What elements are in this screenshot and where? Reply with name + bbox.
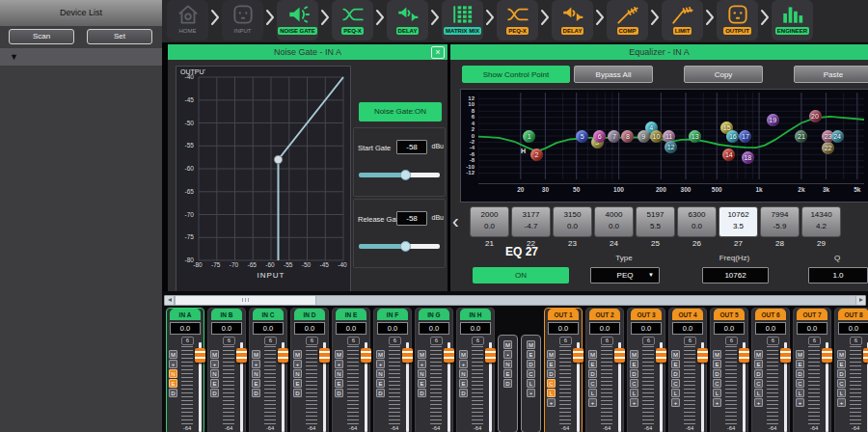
channel-button-e[interactable]: E — [588, 360, 597, 368]
channel-button-d[interactable]: D — [796, 369, 804, 378]
channel-button-+[interactable]: + — [547, 398, 556, 407]
close-icon[interactable]: × — [431, 46, 445, 59]
channel-tab[interactable]: IN D — [294, 309, 325, 320]
eq-point-18[interactable]: 18 — [742, 151, 754, 164]
channel-button-+[interactable]: + — [293, 360, 302, 368]
eq-band-cell[interactable]: 51975.5 — [636, 206, 675, 237]
toolbar-block-limit[interactable]: LIMIT — [662, 0, 703, 40]
eq-band-cell[interactable]: 7994-5.9 — [760, 206, 800, 237]
channel-button-n[interactable]: N — [459, 369, 468, 378]
channel-button-+[interactable]: + — [630, 398, 638, 407]
eq-point-16[interactable]: 16 — [726, 130, 739, 143]
eq-point-1[interactable]: 1 — [523, 130, 535, 143]
toolbar-block-output[interactable]: OUTPUT — [717, 0, 758, 40]
eq-point-19[interactable]: 19 — [767, 114, 779, 126]
channel-button-e[interactable]: E — [796, 360, 804, 368]
fader-handle[interactable] — [739, 348, 749, 363]
bypass-all-button[interactable]: Bypass All — [574, 66, 653, 83]
channel-button-c[interactable]: C — [796, 379, 804, 388]
channel-button-m[interactable]: M — [630, 350, 638, 359]
channel-button-+[interactable]: + — [169, 360, 177, 368]
eq-point-22[interactable]: 22 — [822, 142, 834, 154]
channel-strip-out-4[interactable]: OUT 40.0MEDCL+6-64 — [668, 308, 707, 432]
threshold-handle[interactable] — [274, 155, 282, 163]
channel-button-m[interactable]: M — [252, 350, 260, 359]
channel-button-e[interactable]: E — [210, 379, 219, 388]
toolbar-block-input[interactable]: INPUT — [222, 0, 263, 40]
toolbar-block-delay[interactable]: DELAY — [552, 0, 593, 40]
channel-button-d[interactable]: D — [335, 389, 343, 397]
channel-button-+[interactable]: + — [376, 360, 385, 368]
channel-button-•[interactable]: • — [527, 389, 535, 397]
channel-tab[interactable]: IN E — [336, 309, 366, 320]
channel-button-d[interactable]: D — [527, 360, 535, 368]
channel-tab[interactable]: OUT 7 — [797, 309, 827, 320]
channel-button-d[interactable]: D — [588, 369, 597, 378]
channel-button-d[interactable]: D — [630, 369, 638, 378]
fader-handle[interactable] — [319, 348, 330, 363]
set-button[interactable]: Set — [87, 29, 152, 44]
channel-button-m[interactable]: M — [293, 350, 302, 359]
channel-button-c[interactable]: C — [671, 379, 680, 388]
eq-band-cell[interactable]: 107623.5 — [719, 206, 758, 237]
fader-handle[interactable] — [485, 348, 496, 363]
release-gate-value[interactable]: -58 — [396, 211, 427, 226]
fader-handle[interactable] — [863, 348, 868, 363]
channel-button-+[interactable]: + — [459, 360, 468, 368]
channel-button-l[interactable]: L — [588, 389, 597, 397]
channel-button-m[interactable]: M — [210, 350, 219, 359]
channel-strip-in-f[interactable]: IN F0.0M+NED6-64 — [373, 308, 412, 432]
channel-button-m[interactable]: M — [527, 340, 535, 349]
start-gate-slider[interactable] — [359, 173, 440, 177]
eq-point-8[interactable]: 8 — [621, 130, 634, 143]
channel-strip-out-7[interactable]: OUT 70.0MEDCL+6-64 — [793, 308, 831, 432]
channel-button-+[interactable]: + — [418, 360, 426, 368]
channel-strip-out-5[interactable]: OUT 50.0MEDCL+6-64 — [710, 308, 748, 432]
eq-band-cell[interactable]: 20000.0 — [470, 206, 509, 237]
slider-thumb[interactable] — [400, 170, 411, 180]
channel-tab[interactable]: IN B — [211, 309, 242, 320]
channel-button-d[interactable]: D — [459, 389, 468, 397]
channel-button-c[interactable]: C — [547, 379, 556, 388]
channel-button-m[interactable]: M — [547, 350, 556, 359]
channel-button-e[interactable]: E — [671, 360, 680, 368]
eq-band-cell[interactable]: 3177-4.7 — [511, 206, 551, 237]
toolbar-block-delay[interactable]: DELAY — [387, 0, 428, 40]
fader-handle[interactable] — [236, 348, 247, 363]
channel-button-d[interactable]: D — [547, 369, 556, 378]
channel-button-m[interactable]: M — [837, 350, 846, 359]
channel-tab[interactable]: OUT 4 — [672, 309, 703, 320]
q-field[interactable]: 1.0 — [808, 267, 868, 284]
channel-button-l[interactable]: L — [671, 389, 680, 397]
eq-point-20[interactable]: 20 — [809, 110, 822, 122]
channel-strip-in-g[interactable]: IN G0.0M+NED6-64 — [415, 308, 453, 432]
channel-button-c[interactable]: C — [837, 379, 846, 388]
fader-handle[interactable] — [573, 348, 583, 363]
channel-button-c[interactable]: C — [754, 379, 763, 388]
channel-tab[interactable]: OUT 5 — [714, 309, 745, 320]
channel-button-m[interactable]: M — [418, 350, 426, 359]
channel-button-e[interactable]: E — [713, 360, 721, 368]
channel-button-l[interactable]: L — [796, 389, 804, 397]
scrollbar-left-arrow[interactable] — [165, 296, 175, 305]
channel-tab[interactable]: IN H — [460, 309, 491, 320]
channel-button-n[interactable]: N — [418, 369, 426, 378]
channel-button-e[interactable]: E — [418, 379, 426, 388]
channel-button-e[interactable]: E — [837, 360, 846, 368]
channel-tab[interactable]: IN A — [170, 309, 201, 320]
chevron-down-icon[interactable]: ▼ — [10, 52, 18, 62]
channel-button-d[interactable]: D — [376, 389, 385, 397]
eq-point-24[interactable]: 24 — [831, 130, 844, 143]
eq-point-10[interactable]: 10 — [650, 130, 663, 143]
toolbar-block-engineer[interactable]: ENGINEER — [772, 0, 813, 40]
channel-button-c[interactable]: C — [630, 379, 638, 388]
channel-button-m[interactable]: M — [169, 350, 177, 359]
channel-strip-in-b[interactable]: IN B0.0M+NED6-64 — [207, 308, 246, 432]
channel-button-e[interactable]: E — [169, 379, 177, 388]
eq-point-14[interactable]: 14 — [722, 148, 735, 161]
channel-strip-in-e[interactable]: IN E0.0M+NED6-64 — [332, 308, 370, 432]
channel-strip-in-h[interactable]: IN H0.0M+NED6-64 — [456, 308, 495, 432]
device-tree-row[interactable]: ▼ — [0, 48, 162, 66]
channel-button-n[interactable]: N — [335, 369, 343, 378]
master-strip-right[interactable]: MEDCL• — [521, 335, 541, 432]
